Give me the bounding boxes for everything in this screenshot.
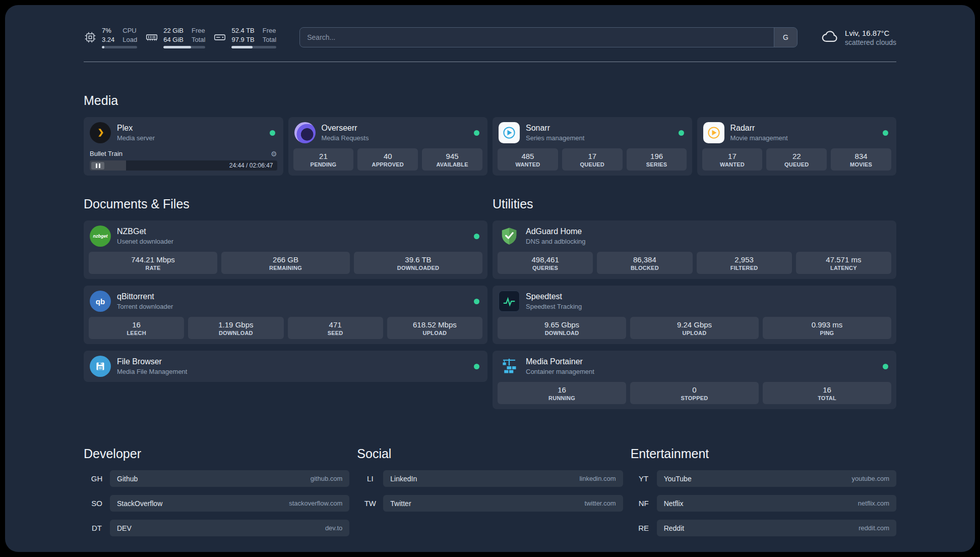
bookmark-netflix[interactable]: NF Netflix netflix.com [631,495,896,512]
stat-value: 47.571 ms [798,255,889,264]
status-dot [474,234,479,239]
stat-movies: 834 MOVIES [831,148,891,171]
stat-stopped: 0 STOPPED [630,382,759,404]
stat-series: 196 SERIES [627,148,687,171]
speedtest-link[interactable]: Speedtest Speedtest Tracking [493,286,896,317]
service-card-overseerr: Overseerr Media Requests 21 PENDING 40 A… [288,117,488,176]
bookmark-stackoverflow[interactable]: SO StackOverflow stackoverflow.com [84,495,349,512]
bookmark-abbr: RE [631,524,657,532]
dashboard-screen: 7% 3.24 CPU Load [5,5,975,552]
gear-icon[interactable]: ⚙ [271,150,277,157]
portainer-title: Media Portainer [526,357,594,366]
bookmark-twitter[interactable]: TW Twitter twitter.com [357,495,623,512]
disk-values: 52.4 TB 97.9 TB [231,26,254,44]
stat-value: 16 [765,385,889,394]
bookmark-name: StackOverflow [117,499,162,508]
status-dot [679,130,684,136]
nzbget-link[interactable]: nzbget NZBGet Usenet downloader [84,220,487,252]
stat-value: 485 [500,152,556,160]
social-section-title: Social [357,447,623,461]
media-section-title: Media [84,93,896,108]
sonarr-subtitle: Series management [526,134,584,142]
pause-button[interactable] [91,162,104,170]
stat-leech: 16 LEECH [89,317,184,339]
stat-value: 834 [833,152,889,160]
plex-subtitle: Media server [117,134,155,142]
stat-remaining: 266 GB REMAINING [221,252,350,274]
adguard-link[interactable]: AdGuard Home DNS and adblocking [493,220,896,252]
plex-link[interactable]: Plex Media server [84,117,283,148]
stat-value: 22 [768,152,825,160]
stat-seed: 471 SEED [288,317,383,339]
stat-wanted: 485 WANTED [498,148,558,171]
bookmark-reddit[interactable]: RE Reddit reddit.com [631,520,896,536]
entertainment-section-title: Entertainment [631,447,896,461]
bookmarks-social: Social LI LinkedIn linkedin.com TW Twitt… [357,447,623,512]
service-card-nzbget: nzbget NZBGet Usenet downloader 744.21 M… [84,220,487,279]
developer-section-title: Developer [84,447,349,461]
stat-total: 16 TOTAL [763,382,891,404]
stat-approved: 40 APPROVED [357,148,418,171]
overseerr-title: Overseerr [322,123,369,133]
radarr-link[interactable]: Radarr Movie management [697,117,897,148]
bookmark-abbr: YT [631,474,657,483]
stat-queued: 22 QUEUED [766,148,827,171]
stat-available: 945 AVAILABLE [422,148,482,171]
search-input[interactable] [300,28,774,47]
stat-download: 9.65 Gbps DOWNLOAD [498,317,626,339]
stat-label: STOPPED [632,395,757,401]
bookmark-name: Github [117,475,138,483]
stat-label: DOWNLOAD [500,330,624,336]
adguard-icon [499,226,520,247]
stat-value: 86,384 [599,255,690,264]
filebrowser-link[interactable]: File Browser Media File Management [84,351,487,382]
service-card-radarr: Radarr Movie management 17 WANTED 22 QUE… [697,117,897,176]
stat-upload: 9.24 Gbps UPLOAD [630,317,759,339]
cpu-progress-fill [102,46,104,48]
qbittorrent-stats: 16 LEECH 1.19 Gbps DOWNLOAD 471 SEED [84,317,487,344]
portainer-link[interactable]: Media Portainer Container management [493,351,896,382]
cpu-icon [84,31,97,44]
sonarr-stats: 485 WANTED 17 QUEUED 196 SERIES [493,148,692,176]
search-provider-button[interactable]: G [774,28,797,47]
bookmark-github[interactable]: GH Github github.com [84,470,349,487]
topbar-divider [84,62,896,62]
bookmark-name: YouTube [664,475,692,483]
stat-downloaded: 39.6 TB DOWNLOADED [354,252,482,274]
speedtest-title: Speedtest [526,292,582,301]
stat-value: 9.24 Gbps [632,320,757,329]
stat-label: LEECH [91,330,182,336]
bookmark-linkedin[interactable]: LI LinkedIn linkedin.com [357,470,623,487]
radarr-icon [703,122,724,143]
adguard-title: AdGuard Home [526,227,586,236]
service-card-filebrowser: File Browser Media File Management [84,351,487,382]
overseerr-stats: 21 PENDING 40 APPROVED 945 AVAILABLE [288,148,488,176]
stat-label: QUERIES [500,265,591,271]
qbittorrent-link[interactable]: qb qBittorrent Torrent downloader [84,286,487,317]
playback-time: 24:44 / 02:06:47 [229,162,273,169]
nzbget-icon: nzbget [90,226,111,247]
stat-value: 2,953 [699,255,790,264]
bookmark-youtube[interactable]: YT YouTube youtube.com [631,470,896,487]
memory-values: 22 GiB 64 GiB [163,26,183,44]
stat-label: PING [765,330,889,336]
adguard-stats: 498,461 QUERIES 86,384 BLOCKED 2,953 FIL… [493,252,896,279]
overseerr-icon [294,122,316,143]
sonarr-icon [499,122,520,143]
sonarr-link[interactable]: Sonarr Series management [493,117,692,148]
bookmark-abbr: DT [84,524,110,532]
service-card-sonarr: Sonarr Series management 485 WANTED 17 Q… [493,117,692,176]
cpu-values: 7% 3.24 [102,26,114,44]
bookmark-abbr: SO [84,499,110,508]
stat-label: DOWNLOADED [356,265,480,271]
qbittorrent-subtitle: Torrent downloader [117,303,173,311]
service-card-adguard: AdGuard Home DNS and adblocking 498,461 … [493,220,896,279]
stat-queries: 498,461 QUERIES [498,252,593,274]
stat-label: AVAILABLE [424,161,480,168]
service-card-qbittorrent: qb qBittorrent Torrent downloader 16 LEE… [84,286,487,344]
section-documents: Documents & Files nzbget NZBGet Usenet d… [84,197,487,382]
bookmark-dev[interactable]: DT DEV dev.to [84,520,349,536]
overseerr-link[interactable]: Overseerr Media Requests [288,117,488,148]
radarr-stats: 17 WANTED 22 QUEUED 834 MOVIES [697,148,897,176]
bookmark-domain: stackoverflow.com [289,499,342,507]
